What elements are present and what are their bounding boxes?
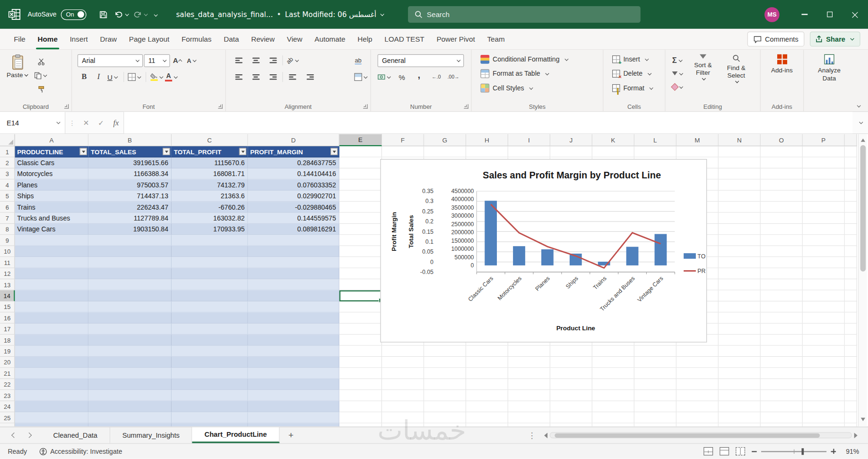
- cell-O22[interactable]: [761, 379, 803, 390]
- addins-button[interactable]: Add-ins: [761, 54, 803, 75]
- cell-C5[interactable]: 21363.6: [172, 191, 248, 202]
- analyze-data-button[interactable]: Analyze Data: [804, 54, 855, 82]
- cell-P16[interactable]: [803, 312, 845, 323]
- cell-P5[interactable]: [803, 191, 845, 202]
- cell-K24[interactable]: [592, 401, 634, 412]
- cell-M1[interactable]: [677, 146, 719, 157]
- column-header-H[interactable]: H: [466, 134, 508, 146]
- cell-B23[interactable]: [88, 390, 172, 401]
- cell-N20[interactable]: [719, 357, 761, 368]
- cell-G1[interactable]: [424, 146, 466, 157]
- row-header-17[interactable]: 17: [0, 324, 15, 335]
- cell-C8[interactable]: 170933.95: [172, 224, 248, 235]
- cell-I25[interactable]: [508, 412, 550, 423]
- decrease-indent-button[interactable]: [286, 71, 299, 83]
- name-box[interactable]: E14: [0, 112, 65, 134]
- cell-O13[interactable]: [761, 279, 803, 290]
- cell-I19[interactable]: [508, 346, 550, 357]
- cell-O16[interactable]: [761, 312, 803, 323]
- sheet-tab-Chart_ProductLine[interactable]: Chart_ProductLine: [192, 427, 279, 443]
- ribbon-tab-load-test[interactable]: LOAD TEST: [378, 29, 430, 49]
- cell-O20[interactable]: [761, 357, 803, 368]
- column-header-K[interactable]: K: [592, 134, 634, 146]
- cell-B6[interactable]: 226243.47: [88, 202, 172, 212]
- font-name-combo[interactable]: Arial: [78, 54, 143, 67]
- cell-A12[interactable]: [15, 268, 89, 279]
- row-header-22[interactable]: 22: [0, 379, 15, 390]
- cell-E12[interactable]: [339, 268, 382, 279]
- cell-B22[interactable]: [88, 379, 172, 390]
- cell-P15[interactable]: [803, 301, 845, 312]
- cell-O18[interactable]: [761, 335, 803, 345]
- ribbon-tab-file[interactable]: File: [8, 29, 31, 49]
- cell-M21[interactable]: [677, 368, 719, 379]
- cell-C3[interactable]: 168081.71: [172, 168, 248, 179]
- cell-O25[interactable]: [761, 412, 803, 423]
- zoom-slider-thumb[interactable]: [802, 448, 804, 455]
- cell-A9[interactable]: [15, 235, 89, 246]
- select-all-corner[interactable]: [0, 134, 15, 146]
- filter-button-PROFIT_MARGIN[interactable]: [330, 148, 338, 155]
- share-button[interactable]: Share: [810, 32, 860, 47]
- cell-C4[interactable]: 74132.79: [172, 179, 248, 190]
- cell-F23[interactable]: [382, 390, 424, 401]
- format-painter-button[interactable]: [35, 83, 48, 96]
- cell-B18[interactable]: [88, 335, 172, 345]
- font-color-button[interactable]: A: [165, 71, 178, 83]
- cell-D4[interactable]: 0.076033352: [248, 179, 339, 190]
- cell-C22[interactable]: [172, 379, 248, 390]
- formula-bar-handle[interactable]: ⋮: [65, 112, 78, 134]
- cell-K22[interactable]: [592, 379, 634, 390]
- cell-N19[interactable]: [719, 346, 761, 357]
- cell-J24[interactable]: [550, 401, 592, 412]
- cell-I20[interactable]: [508, 357, 550, 368]
- cell-M24[interactable]: [677, 401, 719, 412]
- cell-A11[interactable]: [15, 257, 89, 268]
- cell-D17[interactable]: [248, 324, 339, 335]
- column-header-E[interactable]: E: [339, 134, 382, 146]
- row-header-11[interactable]: 11: [0, 257, 15, 268]
- cell-E4[interactable]: [339, 179, 382, 190]
- cell-D10[interactable]: [248, 246, 339, 257]
- cell-G21[interactable]: [424, 368, 466, 379]
- cell-D12[interactable]: [248, 268, 339, 279]
- cell-K19[interactable]: [592, 346, 634, 357]
- cell-N10[interactable]: [719, 246, 761, 257]
- cell-J25[interactable]: [550, 412, 592, 423]
- formula-bar-expand-chevron[interactable]: [852, 112, 868, 134]
- cell-B25[interactable]: [88, 412, 172, 423]
- hscroll-right-arrow[interactable]: [854, 433, 860, 438]
- row-header-1[interactable]: 1: [0, 146, 15, 157]
- ribbon-tab-review[interactable]: Review: [245, 29, 281, 49]
- decrease-decimal-button[interactable]: .00→: [447, 71, 460, 83]
- cell-E3[interactable]: [339, 168, 382, 179]
- underline-button[interactable]: U: [106, 71, 120, 83]
- cell-N8[interactable]: [719, 224, 761, 235]
- fill-button[interactable]: [671, 69, 684, 79]
- cell-I1[interactable]: [508, 146, 550, 157]
- cell-L26[interactable]: [634, 424, 677, 427]
- cell-O5[interactable]: [761, 191, 803, 202]
- minimize-button[interactable]: [791, 0, 817, 29]
- cell-L24[interactable]: [634, 401, 677, 412]
- cell-F24[interactable]: [382, 401, 424, 412]
- row-header-7[interactable]: 7: [0, 213, 15, 224]
- cell-H26[interactable]: [466, 424, 508, 427]
- cell-O1[interactable]: [761, 146, 803, 157]
- row-header-2[interactable]: 2: [0, 158, 15, 168]
- cell-D20[interactable]: [248, 357, 339, 368]
- row-header-13[interactable]: 13: [0, 279, 15, 290]
- cell-N14[interactable]: [719, 291, 761, 301]
- cell-K20[interactable]: [592, 357, 634, 368]
- cell-A25[interactable]: [15, 412, 89, 423]
- cell-C6[interactable]: -6760.26: [172, 202, 248, 212]
- cell-E15[interactable]: [339, 301, 382, 312]
- cell-E10[interactable]: [339, 246, 382, 257]
- align-bottom-button[interactable]: [266, 54, 279, 67]
- cell-O6[interactable]: [761, 202, 803, 212]
- cell-P20[interactable]: [803, 357, 845, 368]
- cell-F25[interactable]: [382, 412, 424, 423]
- cell-G26[interactable]: [424, 424, 466, 427]
- cell-B24[interactable]: [88, 401, 172, 412]
- cell-D5[interactable]: 0.029902701: [248, 191, 339, 202]
